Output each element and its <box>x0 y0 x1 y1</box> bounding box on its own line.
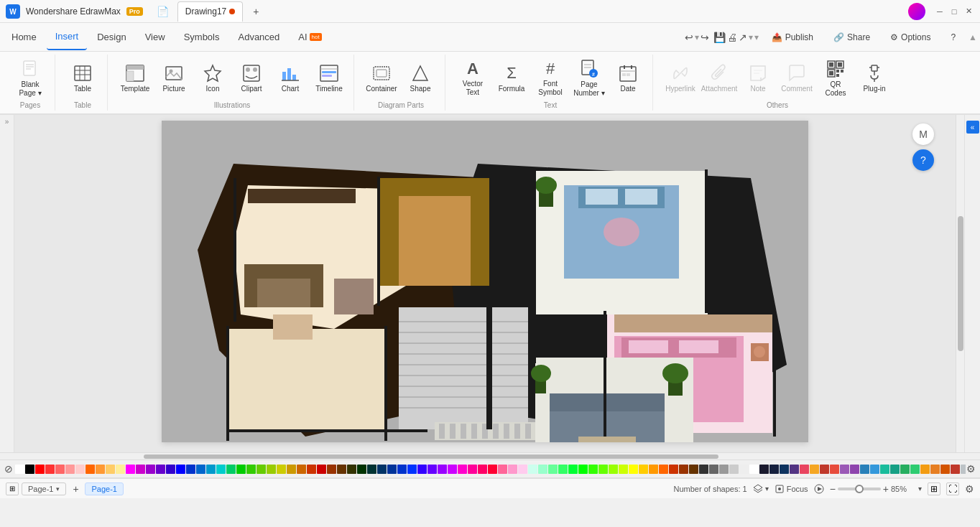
color-swatch[interactable] <box>377 465 387 474</box>
user-avatar[interactable] <box>908 3 925 20</box>
plug-in-button[interactable]: Plug-in <box>856 57 893 99</box>
attachment-button[interactable]: Attachment <box>701 57 738 99</box>
horizontal-scrollbar[interactable] <box>0 452 980 460</box>
container-button[interactable]: Container <box>363 57 400 99</box>
color-swatch[interactable] <box>85 465 95 474</box>
more-arrow[interactable]: ▾ <box>754 32 759 42</box>
color-swatch[interactable] <box>25 465 34 474</box>
color-swatch[interactable] <box>588 465 598 474</box>
color-swatch[interactable] <box>387 465 397 474</box>
color-swatch[interactable] <box>639 465 648 474</box>
color-swatch[interactable] <box>800 465 809 474</box>
color-swatch[interactable] <box>739 465 749 474</box>
undo-button[interactable]: ↩ <box>685 32 693 43</box>
color-swatch[interactable] <box>669 465 678 474</box>
add-tab-button[interactable]: + <box>249 4 263 19</box>
color-swatch[interactable] <box>367 465 376 474</box>
zoom-slider[interactable] <box>838 488 881 490</box>
timeline-button[interactable]: Timeline <box>310 57 348 99</box>
page-tab-inactive[interactable]: Page-1 ▾ <box>22 482 66 495</box>
color-swatch[interactable] <box>689 465 698 474</box>
clipart-button[interactable]: Clipart <box>233 57 270 99</box>
color-swatch[interactable] <box>236 465 246 474</box>
tab-advanced[interactable]: Advanced <box>229 24 288 50</box>
color-swatch[interactable] <box>478 465 487 474</box>
date-button[interactable]: Date <box>609 57 647 99</box>
tab-ai[interactable]: AI hot <box>290 24 330 50</box>
color-swatch[interactable] <box>166 465 175 474</box>
color-swatch[interactable] <box>397 465 407 474</box>
color-swatch[interactable] <box>951 465 960 474</box>
color-swatch[interactable] <box>468 465 477 474</box>
color-swatch[interactable] <box>528 465 537 474</box>
color-swatch[interactable] <box>15 465 24 474</box>
color-swatch[interactable] <box>277 465 286 474</box>
color-swatch[interactable] <box>840 465 849 474</box>
color-swatch[interactable] <box>548 465 558 474</box>
color-swatch[interactable] <box>699 465 708 474</box>
color-swatch[interactable] <box>256 465 266 474</box>
no-fill-icon[interactable]: ⊘ <box>4 463 13 475</box>
color-swatch[interactable] <box>176 465 185 474</box>
color-swatch[interactable] <box>659 465 668 474</box>
color-swatch[interactable] <box>780 465 789 474</box>
color-swatch[interactable] <box>598 465 608 474</box>
formula-button[interactable]: Σ Formula <box>493 57 530 99</box>
color-swatch[interactable] <box>287 465 296 474</box>
color-swatch[interactable] <box>196 465 205 474</box>
color-swatch[interactable] <box>75 465 85 474</box>
color-swatch[interactable] <box>327 465 336 474</box>
redo-button[interactable]: ↪ <box>701 32 709 43</box>
qr-codes-button[interactable]: QRCodes <box>817 57 854 99</box>
color-swatch[interactable] <box>860 465 869 474</box>
color-swatch[interactable] <box>448 465 457 474</box>
color-swatch[interactable] <box>216 465 226 474</box>
hyperlink-button[interactable]: Hyperlink <box>662 57 699 99</box>
zoom-minus-button[interactable]: − <box>830 483 836 495</box>
color-swatch[interactable] <box>568 465 578 474</box>
left-expand-button[interactable]: » <box>5 118 9 126</box>
note-button[interactable]: Note <box>739 57 777 99</box>
focus-button[interactable]: Focus <box>775 484 808 494</box>
active-tab[interactable]: Drawing17 <box>177 1 243 22</box>
color-swatch[interactable] <box>206 465 216 474</box>
shape-button[interactable]: Shape <box>402 57 439 99</box>
color-swatch[interactable] <box>920 465 930 474</box>
publish-button[interactable]: 📤 Publish <box>764 29 820 46</box>
picture-button[interactable]: Picture <box>155 57 193 99</box>
share-button[interactable]: 🔗 Share <box>826 29 877 46</box>
page-tab-active[interactable]: Page-1 <box>85 482 123 495</box>
page-view-button[interactable]: ⊞ <box>6 482 19 495</box>
color-swatch[interactable] <box>357 465 366 474</box>
horizontal-scrollbar-thumb[interactable] <box>144 454 718 459</box>
fullscreen-button[interactable]: ⛶ <box>946 482 959 495</box>
ribbon-collapse-button[interactable]: ▲ <box>969 32 977 42</box>
color-swatch[interactable] <box>709 465 718 474</box>
color-swatch[interactable] <box>35 465 45 474</box>
color-swatch[interactable] <box>317 465 326 474</box>
vertical-scrollbar[interactable] <box>956 115 964 452</box>
color-swatch[interactable] <box>417 465 427 474</box>
color-swatch[interactable] <box>629 465 638 474</box>
chart-button[interactable]: Chart <box>272 57 309 99</box>
color-swatch[interactable] <box>226 465 236 474</box>
color-swatch[interactable] <box>870 465 879 474</box>
settings-icon[interactable]: ⚙ <box>965 483 974 495</box>
color-swatch[interactable] <box>910 465 920 474</box>
zoom-dropdown[interactable]: ▾ <box>918 485 922 493</box>
minimize-button[interactable]: ─ <box>934 6 946 17</box>
color-swatch[interactable] <box>458 465 467 474</box>
layer-dropdown[interactable]: ▾ <box>765 485 769 493</box>
fit-page-button[interactable]: ⊞ <box>928 482 940 495</box>
color-swatch[interactable] <box>488 465 497 474</box>
color-swatch[interactable] <box>900 465 910 474</box>
color-swatch[interactable] <box>498 465 507 474</box>
color-swatch[interactable] <box>961 465 966 474</box>
right-panel-button[interactable]: « <box>966 121 979 134</box>
color-swatch[interactable] <box>810 465 819 474</box>
help-button[interactable]: ? <box>943 29 963 46</box>
help-float-button[interactable]: ? <box>912 149 934 171</box>
color-swatch[interactable] <box>790 465 799 474</box>
close-button[interactable]: ✕ <box>963 6 974 17</box>
page-tab-dropdown[interactable]: ▾ <box>56 485 60 493</box>
